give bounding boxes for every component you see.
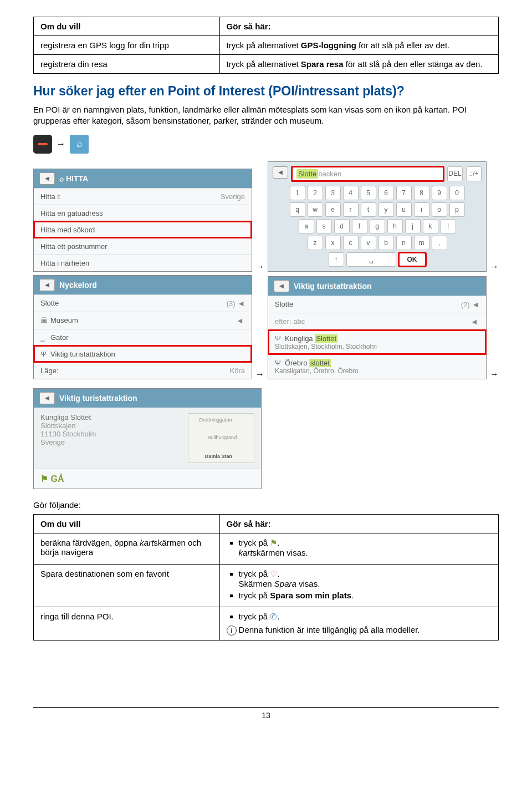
search-input[interactable]: Slottebacken [291, 166, 444, 181]
section-body: En POI är en namngiven plats, funktion, … [33, 104, 499, 127]
flag-icon: ⚑ [270, 538, 277, 547]
t2-r3-right: tryck på ✆. iDenna funktion är inte till… [219, 607, 498, 640]
back-icon[interactable]: ◄ [273, 166, 288, 179]
key-n[interactable]: n [396, 236, 412, 250]
t2-r1-left: beräkna färdvägen, öppna kartskärmen och… [34, 533, 220, 564]
key-f[interactable]: f [352, 219, 367, 233]
section-heading: Hur söker jag efter en Point of Interest… [33, 84, 499, 99]
shift-key[interactable]: ↑ [329, 252, 344, 267]
t1-header-left: Om du vill [34, 17, 220, 36]
key-a[interactable]: a [299, 219, 314, 233]
map-thumbnail: Drottninggatan Bollhusgränd Gamla Stan [188, 413, 254, 463]
key-j[interactable]: j [405, 219, 421, 233]
keyboard[interactable]: 1234567890 qwertyuiop asdfghjkl zxcvbnm,… [273, 186, 482, 267]
arrow-icon: → [255, 369, 264, 379]
screenshot-vta-list: ◄ Viktig turistattraktion Slotte(2) ◄ ef… [268, 276, 487, 379]
key-2[interactable]: 2 [308, 186, 323, 200]
kungliga-slottet-row[interactable]: ΨKungliga Slottet Slottskajen, Stockholm… [268, 330, 486, 354]
key-m[interactable]: m [414, 236, 429, 250]
hitta-sokord-row[interactable]: Hitta med sökord [34, 221, 252, 238]
t1-r2-left: registrera din resa [34, 55, 220, 74]
key-5[interactable]: 5 [361, 186, 376, 200]
arrow-icon: → [57, 139, 65, 149]
t2-r2-right: tryck på ♡. Skärmen Spara visas. tryck p… [219, 564, 498, 607]
t2-r1-right: tryck på ⚑. kartskärmen visas. [219, 533, 498, 564]
icon-sequence: → ⌕ [33, 135, 499, 154]
t1-header-right: Gör så här: [219, 17, 498, 36]
key-9[interactable]: 9 [432, 186, 447, 200]
gor-foljande-label: Gör följande: [33, 500, 499, 510]
screenshot-keyboard: ◄ Slottebacken DEL .:/+ 1234567890 qwert… [268, 161, 487, 272]
key-q[interactable]: q [290, 202, 305, 217]
t2-header-left: Om du vill [34, 514, 220, 533]
heart-icon: ♡ [270, 569, 277, 578]
phone-icon: ✆ [270, 612, 277, 621]
key-g[interactable]: g [370, 219, 385, 233]
back-icon[interactable]: ◄ [274, 280, 289, 292]
key-1[interactable]: 1 [290, 186, 305, 200]
key-6[interactable]: 6 [378, 186, 394, 200]
key-t[interactable]: t [361, 202, 376, 217]
t1-r2-right: tryck på alternativet Spara resa för att… [219, 55, 498, 74]
del-key[interactable]: DEL [447, 166, 463, 181]
page-number: 13 [262, 711, 270, 720]
arrow-icon: → [255, 262, 264, 272]
key-8[interactable]: 8 [414, 186, 429, 200]
key-z[interactable]: z [308, 236, 323, 250]
key-p[interactable]: p [449, 202, 465, 217]
t1-r1-right: tryck på alternativet GPS-loggning för a… [219, 36, 498, 55]
key-e[interactable]: e [325, 202, 341, 217]
key-w[interactable]: w [308, 202, 323, 217]
instruction-table-2: Om du vill Gör så här: beräkna färdvägen… [33, 514, 499, 640]
key-,[interactable]: , [432, 236, 447, 250]
key-o[interactable]: o [432, 202, 447, 217]
screenshot-nyckelord: ◄ Nyckelord Slotte(3) ◄ 🏛Museum◄ ⎯Gator … [33, 275, 252, 379]
key-k[interactable]: k [423, 219, 438, 233]
screenshot-hitta: ◄ ⌕ HITTA Hitta i:Sverige Hitta en gatua… [33, 169, 252, 272]
back-icon[interactable]: ◄ [39, 279, 55, 291]
space-key[interactable]: ␣ [346, 252, 396, 267]
punct-key[interactable]: .:/+ [466, 166, 482, 181]
t1-r1-left: registrera en GPS logg för din tripp [34, 36, 220, 55]
back-icon[interactable]: ◄ [39, 392, 55, 404]
key-x[interactable]: x [325, 236, 341, 250]
key-0[interactable]: 0 [449, 186, 465, 200]
arrow-icon: → [490, 369, 499, 379]
instruction-table-1: Om du vill Gör så här: registrera en GPS… [33, 17, 499, 74]
go-button[interactable]: ⚑ GÅ [34, 469, 261, 489]
arrow-icon: → [490, 262, 499, 272]
key-4[interactable]: 4 [343, 186, 359, 200]
key-v[interactable]: v [361, 236, 376, 250]
ok-key[interactable]: OK [398, 252, 426, 267]
key-d[interactable]: d [334, 219, 350, 233]
menu-icon[interactable] [33, 135, 52, 154]
page-footer: 13 [33, 707, 499, 720]
t2-r3-left: ringa till denna POI. [34, 607, 220, 640]
screenshot-poi-detail: ◄ Viktig turistattraktion Kungliga Slott… [33, 388, 262, 489]
t2-header-right: Gör så här: [219, 514, 498, 533]
key-h[interactable]: h [387, 219, 403, 233]
vta-row[interactable]: ΨViktig turistattraktion [34, 345, 252, 362]
info-icon: i [227, 626, 237, 636]
key-b[interactable]: b [378, 236, 394, 250]
key-3[interactable]: 3 [325, 186, 341, 200]
key-r[interactable]: r [343, 202, 359, 217]
t2-r2-left: Spara destinationen som en favorit [34, 564, 220, 607]
key-i[interactable]: i [414, 202, 429, 217]
key-s[interactable]: s [316, 219, 332, 233]
back-icon[interactable]: ◄ [39, 172, 55, 185]
search-icon[interactable]: ⌕ [70, 135, 89, 154]
key-7[interactable]: 7 [396, 186, 412, 200]
key-u[interactable]: u [396, 202, 412, 217]
key-l[interactable]: l [441, 219, 456, 233]
key-y[interactable]: y [378, 202, 394, 217]
key-c[interactable]: c [343, 236, 359, 250]
